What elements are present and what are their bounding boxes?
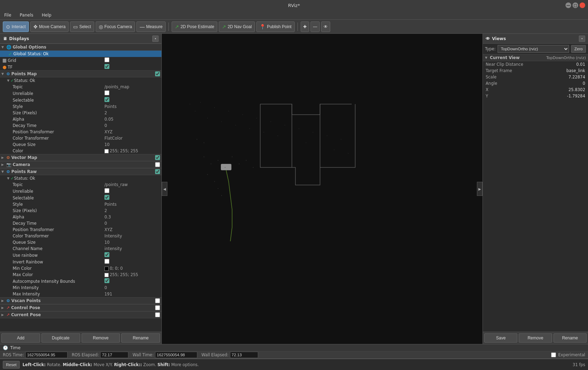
move-camera-button[interactable]: ✥ Move Camera (30, 21, 69, 32)
pm-color[interactable]: Color 255; 255; 255 (0, 148, 161, 154)
pm-selectable[interactable]: Selectable (0, 97, 161, 103)
pr-queue[interactable]: Queue Size 10 (0, 239, 161, 245)
pm-pos-transformer[interactable]: Position Transformer XYZ (0, 129, 161, 135)
measure-button[interactable]: — Measure (136, 21, 166, 32)
pm-decay[interactable]: Decay Time 0 (0, 122, 161, 129)
global-status-item[interactable]: ✓ Global Status: Ok (0, 51, 161, 57)
grid-item[interactable]: ▦ Grid (0, 57, 161, 64)
pm-unreliable-checkbox[interactable] (104, 90, 109, 95)
ros-elapsed-input[interactable] (100, 352, 128, 358)
wall-elapsed-input[interactable] (230, 352, 258, 358)
remove-view-button[interactable]: Remove (519, 333, 552, 343)
current-view-header[interactable]: ▼ Current View TopDownOrtho (rviz) (483, 55, 588, 61)
points-raw-checkbox[interactable] (155, 169, 160, 174)
3d-view-canvas[interactable] (162, 34, 482, 344)
tf-item[interactable]: ● TF (0, 64, 161, 70)
viewport-arrow-left[interactable]: ◀ (162, 182, 167, 196)
pr-min-color[interactable]: Min Color 0; 0; 0 (0, 265, 161, 272)
pr-max-intensity[interactable]: Max Intensity 191 (0, 291, 161, 297)
menu-file[interactable]: File (3, 12, 13, 18)
pr-unreliable-checkbox[interactable] (104, 188, 109, 193)
experimental-checkbox[interactable] (551, 352, 556, 357)
reset-button[interactable]: Reset (3, 361, 20, 369)
wall-time-input[interactable] (155, 352, 197, 358)
views-type-select[interactable]: TopDownOrtho (rviz) (498, 45, 569, 53)
pr-max-color[interactable]: Max Color 255; 255; 255 (0, 272, 161, 278)
pr-autocompute[interactable]: Autocompute Intensity Bounds (0, 278, 161, 285)
minimize-button[interactable]: ─ (565, 2, 571, 8)
pr-status[interactable]: ▼ ✓ Status: Ok (0, 175, 161, 181)
add-icon-button[interactable]: ✚ (301, 21, 309, 32)
pr-alpha[interactable]: Alpha 0.3 (0, 214, 161, 220)
pr-invert-checkbox[interactable] (104, 259, 109, 264)
pm-style[interactable]: Style Points (0, 103, 161, 110)
add-button[interactable]: Add (1, 333, 40, 343)
2d-pose-button[interactable]: ↗ 2D Pose Estimate (172, 21, 217, 32)
pm-color-transformer[interactable]: Color Transformer FlatColor (0, 135, 161, 141)
maximize-button[interactable]: □ (573, 2, 578, 8)
vscan-checkbox[interactable] (155, 298, 160, 303)
displays-collapse-button[interactable]: ▪ (152, 36, 159, 42)
tf-checkbox[interactable] (104, 64, 109, 69)
points-map-status[interactable]: ▼ ✓ Status: Ok (0, 77, 161, 84)
ros-time-input[interactable] (25, 352, 68, 358)
grid-checkbox[interactable] (104, 57, 109, 62)
close-button[interactable] (580, 2, 585, 8)
pm-selectable-checkbox[interactable] (104, 97, 109, 102)
control-pose-checkbox[interactable] (155, 305, 160, 310)
pr-size[interactable]: Size (Pixels) 2 (0, 208, 161, 214)
camera-checkbox[interactable] (155, 162, 160, 167)
points-map-checkbox[interactable] (155, 71, 160, 76)
2d-nav-button[interactable]: ↗ 2D Nav Goal (219, 21, 255, 32)
pr-autocompute-checkbox[interactable] (104, 278, 109, 283)
pr-unreliable[interactable]: Unreliable (0, 188, 161, 194)
points-raw-header[interactable]: ▼ ⚙ Points Raw (0, 168, 161, 175)
viewport[interactable]: ◀ ▶ (162, 34, 482, 344)
pr-invert-rainbow[interactable]: Invert Rainbow (0, 259, 161, 265)
pr-size-label: Size (Pixels) (13, 208, 104, 213)
interact-button[interactable]: ⊙ Interact (3, 21, 29, 32)
rename-view-button[interactable]: Rename (554, 333, 587, 343)
eye-icon-button[interactable]: 👁 (321, 21, 330, 32)
vscan-arrow: ▶ (1, 299, 5, 302)
minus-icon-button[interactable]: — (311, 21, 320, 32)
pr-style[interactable]: Style Points (0, 201, 161, 208)
menu-panels[interactable]: Panels (18, 12, 35, 18)
duplicate-button[interactable]: Duplicate (41, 333, 80, 343)
pr-selectable-checkbox[interactable] (104, 195, 109, 200)
pm-queue[interactable]: Queue Size 10 (0, 141, 161, 148)
vector-map-header[interactable]: ▶ ⚙ Vector Map (0, 154, 161, 161)
pm-size[interactable]: Size (Pixels) 2 (0, 110, 161, 116)
publish-point-button[interactable]: 📍 Publish Point (256, 21, 295, 32)
pr-channel[interactable]: Channel Name intensity (0, 245, 161, 252)
global-options-header[interactable]: ▼ 🌐 Global Options (0, 44, 161, 51)
control-pose-header[interactable]: ▶ ↗ Control Pose (0, 304, 161, 311)
select-button[interactable]: ▭ Select (70, 21, 94, 32)
vscan-header[interactable]: ▶ ⚙ Vscan Points (0, 297, 161, 304)
views-collapse-button[interactable]: ▪ (579, 36, 585, 42)
save-view-button[interactable]: Save (484, 333, 517, 343)
pm-alpha[interactable]: Alpha 0.05 (0, 116, 161, 122)
pr-pos-transformer[interactable]: Position Transformer XYZ (0, 227, 161, 233)
points-map-header[interactable]: ▼ ⚙ Points Map (0, 70, 161, 77)
rename-button[interactable]: Rename (121, 333, 160, 343)
pr-rainbow-checkbox[interactable] (104, 252, 109, 257)
current-pose-header[interactable]: ▶ ↗ Current Pose (0, 311, 161, 318)
vector-map-checkbox[interactable] (155, 155, 160, 160)
views-zero-button[interactable]: Zero (571, 45, 586, 53)
camera-header[interactable]: ▶ 📷 Camera (0, 161, 161, 168)
pr-decay[interactable]: Decay Time 0 (0, 220, 161, 227)
pr-color-transformer[interactable]: Color Transformer Intensity (0, 233, 161, 239)
pr-topic[interactable]: Topic /points_raw (0, 181, 161, 188)
pm-topic[interactable]: Topic /points_map (0, 84, 161, 90)
pr-min-color-label: Min Color (13, 266, 104, 271)
viewport-arrow-right[interactable]: ▶ (477, 182, 482, 196)
pm-unreliable[interactable]: Unreliable (0, 90, 161, 97)
current-pose-checkbox[interactable] (155, 312, 160, 317)
pr-min-intensity[interactable]: Min Intensity 0 (0, 285, 161, 291)
pr-use-rainbow[interactable]: Use rainbow (0, 252, 161, 259)
pr-selectable[interactable]: Selectable (0, 194, 161, 201)
menu-help[interactable]: Help (40, 12, 53, 18)
remove-button[interactable]: Remove (82, 333, 120, 343)
focus-camera-button[interactable]: ◎ Focus Camera (96, 21, 135, 32)
